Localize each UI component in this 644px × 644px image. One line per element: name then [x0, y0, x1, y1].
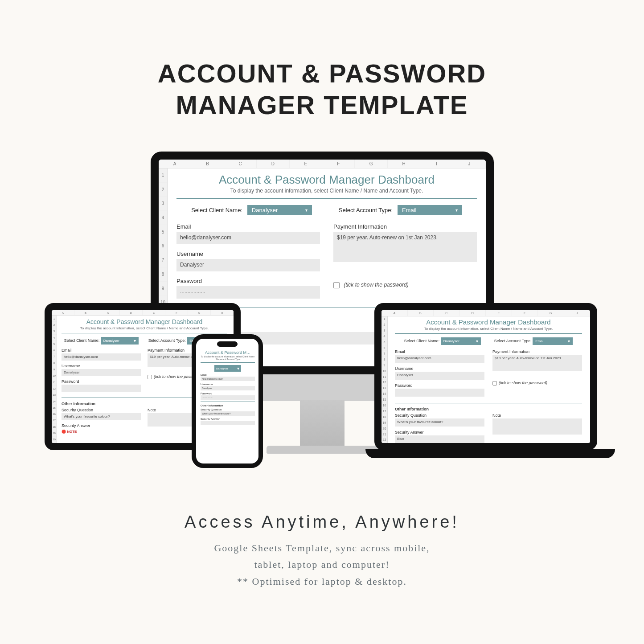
password-field[interactable]: ················· — [176, 286, 320, 299]
note-field[interactable] — [492, 418, 582, 435]
password-label: Password — [176, 278, 320, 284]
email-field[interactable]: hello@danalyser.com — [62, 353, 141, 361]
username-field[interactable]: Danalyser — [62, 369, 141, 376]
divider — [62, 333, 227, 333]
security-answer-field[interactable] — [201, 421, 255, 425]
sheet-column-letters: ABCDEFGH — [381, 310, 590, 316]
security-question-field[interactable]: What's your favourite colour? — [62, 413, 141, 420]
select-client-dropdown[interactable]: Danalyser▾ — [101, 337, 139, 345]
sheet-column-letters: ABCDEFGH — [52, 310, 234, 316]
username-field[interactable]: Danalyser — [395, 372, 484, 380]
select-client-dropdown[interactable]: Danalyser▾ — [441, 337, 481, 345]
dashboard-subtitle: To display the account information, sele… — [176, 188, 477, 194]
dashboard-title: Account & Password M… — [201, 350, 255, 355]
select-client-dropdown[interactable]: Danalyser ▾ — [247, 205, 312, 215]
password-tick-row: (tick to show the password) — [333, 282, 477, 288]
security-question-field[interactable]: What's your favourite colour? — [201, 411, 255, 416]
chevron-down-icon: ▾ — [476, 339, 478, 344]
email-field[interactable]: hello@danalyser.com — [395, 355, 484, 363]
email-field[interactable]: hello@danalyser.com — [201, 377, 255, 381]
payment-label: Payment Information — [333, 223, 477, 230]
chevron-down-icon: ▾ — [568, 339, 570, 344]
dashboard-title: Account & Password Manager Dashboard — [176, 173, 477, 187]
email-field[interactable]: hello@danalyser.com — [176, 232, 320, 244]
hero-line-2: MANAGER TEMPLATE — [176, 90, 468, 119]
phone-dynamic-island-icon — [217, 341, 238, 347]
select-type-label: Select Account Type: — [339, 207, 393, 213]
username-field[interactable]: Danalyser — [201, 386, 255, 390]
subcopy-line-2: tablet, laptop and computer! — [0, 556, 644, 573]
sheet-row-numbers: 1234567891011121314151617181920 — [52, 316, 57, 443]
tagline: Access Anytime, Anywhere! — [0, 513, 644, 532]
divider — [176, 198, 477, 199]
chevron-down-icon: ▾ — [237, 366, 239, 371]
divider — [201, 402, 255, 402]
username-label: Username — [176, 250, 320, 257]
chevron-down-icon: ▾ — [305, 208, 308, 213]
chevron-down-icon: ▾ — [455, 208, 458, 213]
password-checkbox[interactable] — [492, 381, 497, 386]
divider — [395, 333, 582, 334]
footer-copy: Access Anytime, Anywhere! Google Sheets … — [0, 513, 644, 590]
select-type-dropdown[interactable]: Email ▾ — [398, 205, 462, 215]
dashboard-subtitle: To display the account information, sele… — [62, 326, 227, 330]
sheet-column-letters: ABCDEFGHIJ — [159, 160, 486, 168]
select-client-dropdown[interactable]: Danalyser▾ — [214, 365, 241, 372]
email-label: Email — [176, 223, 320, 230]
hero-heading: ACCOUNT & PASSWORD MANAGER TEMPLATE — [0, 58, 644, 121]
security-answer-field[interactable]: Blue — [395, 435, 484, 443]
select-client-label: Select Client Name: — [191, 207, 242, 213]
username-field[interactable]: Danalyser — [176, 259, 320, 271]
password-field[interactable]: ················· — [201, 395, 255, 400]
select-type-dropdown[interactable]: Email▾ — [533, 337, 573, 345]
password-checkbox[interactable] — [148, 375, 152, 379]
chevron-down-icon: ▾ — [134, 338, 136, 343]
subcopy-line-3: ** Optimised for laptop & desktop. — [0, 573, 644, 590]
payment-field[interactable]: $19 per year. Auto-renew on 1st Jan 2023… — [492, 355, 582, 371]
dashboard-title: Account & Password Manager Dashboard — [62, 318, 227, 325]
divider — [395, 403, 582, 403]
hero-line-1: ACCOUNT & PASSWORD — [158, 59, 486, 88]
dashboard-subtitle: To display the account information, sele… — [395, 327, 582, 331]
device-phone: Account & Password M… To display the acc… — [192, 334, 263, 468]
sheet-row-numbers: 12345678910111213141516171819202122 — [381, 316, 388, 443]
device-laptop: ABCDEFGH 1234567891011121314151617181920… — [365, 303, 606, 458]
subcopy-line-1: Google Sheets Template, sync across mobi… — [0, 540, 644, 556]
password-field[interactable]: ················· — [62, 385, 141, 392]
password-checkbox[interactable] — [333, 282, 340, 288]
security-question-field[interactable]: What's your favourite colour? — [395, 418, 484, 427]
dashboard-title: Account & Password Manager Dashboard — [395, 318, 582, 326]
divider — [201, 362, 255, 363]
payment-field[interactable]: $19 per year. Auto-renew on 1st Jan 2023… — [333, 232, 477, 262]
password-field[interactable]: ················· — [395, 389, 484, 397]
